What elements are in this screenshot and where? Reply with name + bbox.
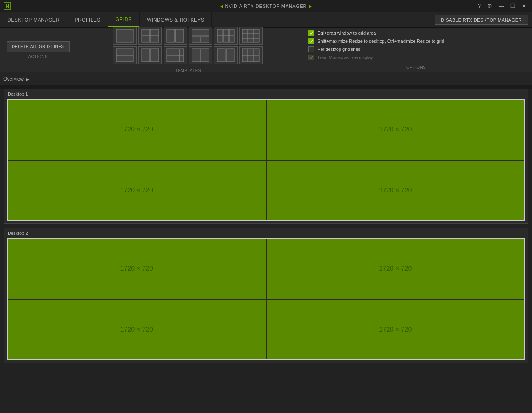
desktop-2-cell-4[interactable]: 1720 × 720 [267,300,525,360]
desktop-1-cell-4[interactable]: 1720 × 720 [267,161,525,221]
desktop-1-title: Desktop 1 [7,92,525,96]
desktop-2-grid: 1720 × 720 1720 × 720 1720 × 720 1720 × … [7,238,525,360]
tab-profiles[interactable]: PROFILES [67,12,108,27]
template-1[interactable] [113,27,137,45]
content-area: Desktop 1 1720 × 720 1720 × 720 1720 × 7… [0,89,532,413]
minimize-button[interactable]: — [496,2,506,10]
toolbar: DELETE ALL GRID LINES Actions [0,28,532,72]
templates-section: Templates [76,28,301,72]
template-2[interactable] [138,27,162,45]
svg-rect-34 [217,49,225,62]
template-7[interactable] [113,46,137,64]
options-section: Ctrl+drag window to grid area Shift+maxi… [300,28,532,72]
main-layout: Overview ▶ Desktop 1 1720 × 720 1720 × 7… [0,72,532,413]
template-12[interactable] [239,46,263,64]
svg-text:N: N [6,4,9,9]
overview-arrow-icon: ▶ [26,77,29,81]
option-label-per-desktop: Per desktop grid lines [317,47,360,52]
overview-label: Overview [3,76,24,82]
title-bar-controls: ? ⚙ — ❐ ✕ [475,2,529,10]
actions-label: Actions [28,55,48,59]
title-chevron-left: ◂ [220,3,223,9]
svg-rect-25 [142,49,150,62]
options-label: Options [308,65,524,70]
svg-rect-10 [192,29,209,35]
template-3[interactable] [164,27,187,45]
checkbox-per-desktop[interactable] [308,46,314,52]
template-6[interactable] [239,27,263,45]
desktop-1-cell-3[interactable]: 1720 × 720 [8,161,266,221]
nav-right: DISABLE RTX DESKTOP MANAGER [435,12,532,27]
desktop-1-cell-1[interactable]: 1720 × 720 [8,100,266,160]
delete-all-grid-lines-button[interactable]: DELETE ALL GRID LINES [7,41,70,52]
tab-windows-hotkeys[interactable]: WINDOWS & HOTKEYS [140,12,212,27]
overview-bar[interactable]: Overview ▶ [0,72,532,85]
desktop-2-cell-3[interactable]: 1720 × 720 [8,300,266,360]
nav-bar: DESKTOP MANAGER PROFILES GRIDS WINDOWS &… [0,12,532,28]
option-label-ctrl-drag: Ctrl+drag window to grid area [317,31,376,35]
svg-rect-8 [176,29,184,42]
checkbox-treat-mosaic[interactable] [308,55,314,60]
desktop-1-grid: 1720 × 720 1720 × 720 1720 × 720 1720 × … [7,99,525,221]
templates-grid [113,27,263,64]
template-5[interactable] [214,27,238,45]
help-button[interactable]: ? [475,2,483,10]
template-11[interactable] [214,46,238,64]
option-label-treat-mosaic: Treat Mosaic as one display [317,55,373,60]
checkbox-ctrl-drag[interactable] [308,30,314,36]
close-button[interactable]: ✕ [519,2,529,10]
desktop-2-cell-2[interactable]: 1720 × 720 [267,239,525,299]
template-8[interactable] [138,46,162,64]
desktop-1-cell-2[interactable]: 1720 × 720 [267,100,525,160]
app-title: NVIDIA RTX DESKTOP MANAGER [225,4,307,9]
svg-rect-7 [167,29,175,42]
actions-section: DELETE ALL GRID LINES Actions [0,28,76,72]
checkbox-shift-max[interactable] [308,38,314,44]
svg-rect-26 [150,49,159,62]
settings-button[interactable]: ⚙ [485,2,495,10]
desktop-2-cell-1[interactable]: 1720 × 720 [8,239,266,299]
title-chevron-right: ▸ [309,3,312,9]
option-treat-mosaic: Treat Mosaic as one display [308,55,524,60]
title-bar-center: ◂ NVIDIA RTX DESKTOP MANAGER ▸ [220,3,312,9]
template-10[interactable] [189,46,212,64]
disable-rtx-button[interactable]: DISABLE RTX DESKTOP MANAGER [435,15,528,25]
svg-rect-2 [116,29,133,42]
desktop-2-container: Desktop 2 1720 × 720 1720 × 720 1720 × 7… [4,228,528,363]
option-per-desktop: Per desktop grid lines [308,46,524,52]
tab-grids[interactable]: GRIDS [108,12,140,27]
desktop-1-container: Desktop 1 1720 × 720 1720 × 720 1720 × 7… [4,89,528,224]
tab-desktop-manager[interactable]: DESKTOP MANAGER [0,12,67,27]
restore-button[interactable]: ❐ [508,2,518,10]
option-ctrl-drag: Ctrl+drag window to grid area [308,30,524,36]
template-4[interactable] [189,27,212,45]
option-label-shift-max: Shift+maximize Resize to desktop, Ctrl+m… [317,39,444,44]
desktop-2-title: Desktop 2 [7,231,525,236]
svg-rect-35 [226,49,234,62]
svg-rect-18 [242,29,259,42]
title-bar: N ◂ NVIDIA RTX DESKTOP MANAGER ▸ ? ⚙ — ❐… [0,0,532,12]
template-9[interactable] [164,46,187,64]
option-shift-max: Shift+maximize Resize to desktop, Ctrl+m… [308,38,524,44]
nav-tabs: DESKTOP MANAGER PROFILES GRIDS WINDOWS &… [0,12,212,27]
app-logo: N [3,2,11,10]
